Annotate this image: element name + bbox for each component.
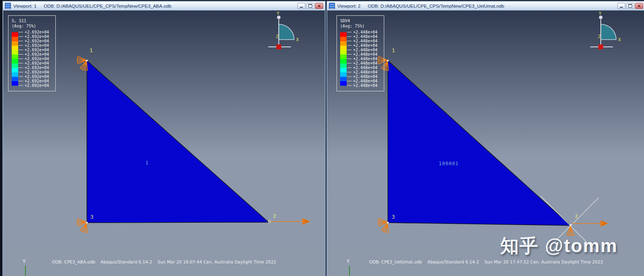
legend-scale: +2.692e+04+2.692e+04+2.692e+04+2.692e+04…: [12, 30, 52, 88]
restore-icon: [628, 4, 632, 8]
legend-value: +2.692e+04: [25, 52, 49, 57]
legend-tick: [19, 36, 23, 37]
legend-tick: [347, 36, 351, 37]
legend-swatch: [12, 50, 18, 55]
legend-swatch: [340, 37, 347, 41]
legend-swatch: [340, 32, 347, 37]
legend-value: +2.448e+04: [353, 79, 377, 83]
close-button[interactable]: ×: [315, 3, 323, 9]
triad-x-label: X: [296, 37, 299, 42]
legend-tick: [19, 59, 23, 59]
canvas-axis-y-arrow: [25, 266, 26, 276]
triangle-element[interactable]: [388, 61, 570, 225]
legend-swatch: [340, 72, 347, 77]
titlebar-2[interactable]: Viewport: 2 ODB: D:/ABAQUS/UEL/CPE_CPS/T…: [327, 2, 644, 11]
legend-tick: [347, 85, 351, 86]
legend-value: +2.692e+04: [25, 34, 49, 39]
legend-tick: [19, 85, 23, 86]
triad-y-label: Y: [277, 11, 280, 16]
watermark: 知乎 @tomm: [500, 234, 618, 259]
legend-value: +2.448e+04: [353, 30, 377, 34]
minimize-icon: [300, 7, 303, 8]
window-buttons: ×: [617, 3, 643, 9]
triad-y-label: Y: [599, 11, 602, 16]
node-label-1: 1: [392, 48, 395, 53]
triad-tip-marker: [599, 16, 602, 19]
close-button[interactable]: ×: [635, 3, 643, 9]
legend-swatch: [12, 72, 18, 77]
viewport-icon: [329, 3, 335, 9]
legend-tick: [347, 67, 351, 68]
legend-tick: [19, 54, 23, 55]
legend-tick: [19, 32, 23, 32]
triad-x-label: X: [618, 37, 621, 42]
legend-tick: [19, 63, 23, 63]
legend-tick: [347, 63, 351, 63]
legend-value: +2.448e+04: [353, 34, 377, 39]
titlebar-1[interactable]: Viewport: 1 ODB: D:/ABAQUS/UEL/CPE_CPS/T…: [3, 2, 325, 11]
legend-tick: [347, 32, 351, 32]
legend-value: +2.448e+04: [353, 57, 377, 61]
legend-scale: +2.448e+04+2.448e+04+2.448e+04+2.448e+04…: [340, 30, 381, 88]
legend-tick: [347, 72, 351, 72]
legend-value: +2.692e+04: [25, 57, 49, 61]
minimize-button[interactable]: [297, 3, 305, 9]
triad-z-label: Z: [276, 34, 279, 39]
load-arrow: [270, 219, 310, 225]
legend-tick: [347, 59, 351, 59]
window-title: Viewport: 2: [337, 4, 360, 8]
viewport-window-1: Viewport: 1 ODB: D:/ABAQUS/UEL/CPE_CPS/T…: [2, 1, 326, 276]
legend-value: +2.692e+04: [25, 61, 49, 65]
orientation-triad-1: Y X Z: [266, 11, 306, 52]
legend-swatch: [12, 37, 18, 41]
status-line: ODB: CPE3_UelUmat.odb Abaqus/Standard 6.…: [327, 259, 644, 264]
legend-swatch: [340, 68, 347, 72]
legend-swatch: [12, 77, 18, 81]
restore-button[interactable]: [306, 3, 314, 9]
minimize-button[interactable]: [617, 3, 625, 9]
legend-tick: [19, 67, 23, 68]
restore-button[interactable]: [626, 3, 634, 9]
status-line: ODB: CPE3_ABA.odb Abaqus/Standard 6.14-2…: [3, 259, 325, 264]
triad-z-label: Z: [598, 34, 601, 39]
canvas-axis-y-arrow: [349, 266, 350, 276]
node-label-2: 2: [575, 214, 578, 219]
legend-swatch: [340, 55, 347, 59]
legend-value: +2.448e+04: [353, 39, 377, 43]
viewport-icon: [5, 3, 11, 9]
legend-swatch: [340, 81, 347, 86]
triad-base-marker: [276, 44, 281, 49]
legend-tick: [19, 45, 23, 46]
legend-value: +2.448e+04: [353, 65, 377, 70]
legend-tick: [347, 45, 351, 46]
restore-icon: [308, 4, 312, 8]
abaqus-workspace: Viewport: 1 ODB: D:/ABAQUS/UEL/CPE_CPS/T…: [0, 0, 644, 276]
legend-tick: [347, 54, 351, 55]
triad-tip-marker: [277, 16, 280, 19]
legend-value: +2.692e+04: [25, 74, 49, 79]
node-label-3: 3: [90, 215, 93, 220]
legend-tick: [19, 81, 23, 81]
legend-swatch: [12, 81, 18, 86]
legend-tick: [19, 72, 23, 72]
close-icon: ×: [318, 4, 320, 8]
triad-quarter-disc: [279, 24, 294, 40]
triangle-element[interactable]: [87, 61, 269, 223]
legend-swatch: [340, 59, 347, 63]
viewport-canvas-1[interactable]: S, S11 (Avg: 75%) +2.692e+04+2.692e+04+2…: [3, 11, 325, 276]
element-label: 1: [145, 160, 149, 166]
load-arrow: [572, 221, 608, 227]
legend-subtitle: (Avg: 75%): [340, 23, 381, 29]
legend-value: +2.692e+04: [25, 70, 49, 74]
legend-value: +2.692e+04: [25, 83, 49, 88]
legend-value: +2.448e+04: [353, 70, 377, 74]
legend-swatch: [12, 41, 18, 46]
legend-value: +2.448e+04: [353, 61, 377, 65]
node-marker-3: [86, 222, 88, 223]
legend-tick: [347, 41, 351, 41]
node-marker-1: [86, 60, 88, 61]
legend-swatch: [12, 59, 18, 63]
element-label: 100001: [439, 161, 459, 166]
contour-legend-2: SDV4 (Avg: 75%) +2.448e+04+2.448e+04+2.4…: [337, 15, 384, 91]
legend-tick: [347, 81, 351, 81]
